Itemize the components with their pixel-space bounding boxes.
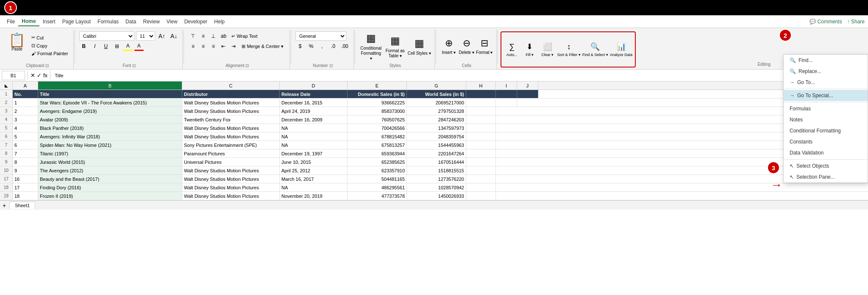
wrap-text-button[interactable]: ↵ Wrap Text xyxy=(229,32,260,40)
number-format-select[interactable]: General xyxy=(295,31,346,41)
analyze-data-button[interactable]: 📊 Analyze Data xyxy=(610,36,633,63)
cell-styles-button[interactable]: ▦ Cell Styles ▾ xyxy=(408,32,431,61)
col-header-e[interactable]: E xyxy=(348,81,407,90)
cell-domestic-sales[interactable]: 486295561 xyxy=(348,183,407,191)
cell-title[interactable]: Finding Dory (2016) xyxy=(38,183,182,191)
cell-release-date[interactable]: November 20, 2019 xyxy=(280,192,348,200)
cell-no[interactable]: 3 xyxy=(13,115,38,124)
menu-formulas[interactable]: Formulas xyxy=(94,17,122,26)
cell-no[interactable]: 17 xyxy=(13,183,38,191)
add-sheet-button[interactable]: + xyxy=(3,202,6,209)
cell-release-date[interactable]: NA xyxy=(280,183,348,191)
align-right-button[interactable]: ≡ xyxy=(209,42,218,51)
cell-domestic-sales[interactable]: 675813257 xyxy=(348,141,407,149)
cell-domestic-sales[interactable]: 678815482 xyxy=(348,132,407,140)
merge-center-button[interactable]: ⊞ Merge & Center ▾ xyxy=(239,42,286,51)
cell-no[interactable]: 8 xyxy=(13,158,38,166)
cell-world-sales[interactable]: 2048359754 xyxy=(407,132,466,140)
data-validation-option[interactable]: Data Validation xyxy=(784,147,868,158)
sheet-tab-1[interactable]: Sheet1 xyxy=(9,202,35,209)
selection-pane-option[interactable]: ↖ Selection Pane... xyxy=(784,171,868,183)
cell-title[interactable]: Avengers: Infinity War (2018) xyxy=(38,132,182,140)
replace-option[interactable]: 🔍 Replace... xyxy=(784,66,868,77)
align-middle-button[interactable]: ≡ xyxy=(198,31,208,41)
conditional-formatting-button[interactable]: ▦ Conditional Formatting ▾ xyxy=(359,32,383,61)
percent-button[interactable]: % xyxy=(306,42,316,51)
cell-release-date[interactable]: December 16, 2015 xyxy=(280,98,348,107)
header-world-sales[interactable]: World Sales (in $) xyxy=(407,90,466,98)
go-to-special-option[interactable]: → Go To Special... xyxy=(784,90,868,101)
cell-distributor[interactable]: Walt Disney Studios Motion Pictures xyxy=(182,107,280,115)
col-header-j[interactable]: J xyxy=(517,81,538,90)
cell-distributor[interactable]: Twentieth Century Fox xyxy=(182,115,280,124)
cell-no[interactable]: 18 xyxy=(13,192,38,200)
cell-title[interactable]: Black Panther (2018) xyxy=(38,124,182,132)
cell-world-sales[interactable]: 1450026933 xyxy=(407,192,466,200)
col-header-i[interactable]: I xyxy=(496,81,517,90)
cell-release-date[interactable]: December 16, 2009 xyxy=(280,115,348,124)
cell-domestic-sales[interactable]: 477373578 xyxy=(348,192,407,200)
header-i[interactable] xyxy=(496,90,517,98)
comma-button[interactable]: , xyxy=(317,42,327,51)
copy-button[interactable]: ⊡ Copy xyxy=(30,42,70,49)
cell-distributor[interactable]: Walt Disney Studios Motion Pictures xyxy=(182,166,280,174)
menu-review[interactable]: Review xyxy=(139,17,163,26)
font-size-decrease-button[interactable]: A↓ xyxy=(169,31,179,41)
cell-release-date[interactable]: April 24, 2019 xyxy=(280,107,348,115)
cell-title[interactable]: Avatar (2009) xyxy=(38,115,182,124)
cell-distributor[interactable]: Walt Disney Studios Motion Pictures xyxy=(182,98,280,107)
comments-btn[interactable]: 💬 Comments xyxy=(810,19,842,25)
decimal-decrease-button[interactable]: .00 xyxy=(339,42,350,51)
cancel-formula-icon[interactable]: ✕ xyxy=(31,72,35,79)
format-as-table-button[interactable]: ▦ Format as Table ▾ xyxy=(384,32,407,61)
fill-button[interactable]: ⬇ Fill ▾ xyxy=(522,36,538,63)
go-to-option[interactable]: → Go To... xyxy=(784,77,868,88)
formulas-option[interactable]: Formulas xyxy=(784,103,868,114)
find-option[interactable]: 🔍 Find... xyxy=(784,55,868,66)
decimal-increase-button[interactable]: .0 xyxy=(328,42,338,51)
auto-sum-button[interactable]: ∑ Auto... xyxy=(504,36,520,63)
cell-domestic-sales[interactable]: 504481165 xyxy=(348,175,407,183)
col-header-g[interactable]: G xyxy=(407,81,466,90)
cell-domestic-sales[interactable]: 858373000 xyxy=(348,107,407,115)
header-title[interactable]: Title xyxy=(38,90,182,98)
cell-domestic-sales[interactable]: 700426566 xyxy=(348,124,407,132)
format-painter-button[interactable]: 🖌 Format Painter xyxy=(30,50,70,57)
borders-button[interactable]: ⊞ xyxy=(112,42,122,51)
cell-title[interactable]: Titanic (1997) xyxy=(38,149,182,157)
cell-world-sales[interactable]: 2847246203 xyxy=(407,115,466,124)
cell-no[interactable]: 16 xyxy=(13,175,38,183)
col-header-d[interactable]: D xyxy=(280,81,348,90)
cell-title[interactable]: The Avengers (2012) xyxy=(38,166,182,174)
formula-input[interactable] xyxy=(53,72,866,79)
header-no[interactable]: No. xyxy=(13,90,38,98)
align-left-button[interactable]: ≡ xyxy=(188,42,198,51)
constants-option[interactable]: Constants xyxy=(784,136,868,147)
cell-domestic-sales[interactable]: 659363944 xyxy=(348,149,407,157)
cell-release-date[interactable]: June 10, 2015 xyxy=(280,158,348,166)
increase-indent-button[interactable]: ⇥ xyxy=(229,42,238,51)
cell-distributor[interactable]: Sony Pictures Entertainment (SPE) xyxy=(182,141,280,149)
delete-button[interactable]: ⊖ Delete ▾ xyxy=(458,32,475,60)
cell-distributor[interactable]: Universal Pictures xyxy=(182,158,280,166)
underline-button[interactable]: U xyxy=(101,42,111,51)
accept-formula-icon[interactable]: ✓ xyxy=(37,72,42,79)
find-select-button[interactable]: 🔍 Find & Select ▾ xyxy=(582,36,608,63)
cell-release-date[interactable]: NA xyxy=(280,141,348,149)
header-release-date[interactable]: Release Date xyxy=(280,90,348,98)
cell-world-sales[interactable]: 1544455963 xyxy=(407,141,466,149)
cell-no[interactable]: 4 xyxy=(13,124,38,132)
select-all-button[interactable]: ◣ xyxy=(0,81,13,90)
menu-data[interactable]: Data xyxy=(122,17,139,26)
col-header-c[interactable]: C xyxy=(182,81,280,90)
cell-title[interactable]: Jurassic World (2015) xyxy=(38,158,182,166)
bold-button[interactable]: B xyxy=(79,42,89,51)
cell-distributor[interactable]: Walt Disney Studios Motion Pictures xyxy=(182,192,280,200)
insert-button[interactable]: ⊕ Insert ▾ xyxy=(440,32,457,60)
cell-world-sales[interactable]: 1347597973 xyxy=(407,124,466,132)
cell-distributor[interactable]: Walt Disney Studios Motion Pictures xyxy=(182,132,280,140)
cell-world-sales[interactable]: 1670516444 xyxy=(407,158,466,166)
menu-insert[interactable]: Insert xyxy=(39,17,59,26)
cell-title[interactable]: Beauty and the Beast (2017) xyxy=(38,175,182,183)
share-btn[interactable]: ↑ Share xyxy=(847,19,865,25)
